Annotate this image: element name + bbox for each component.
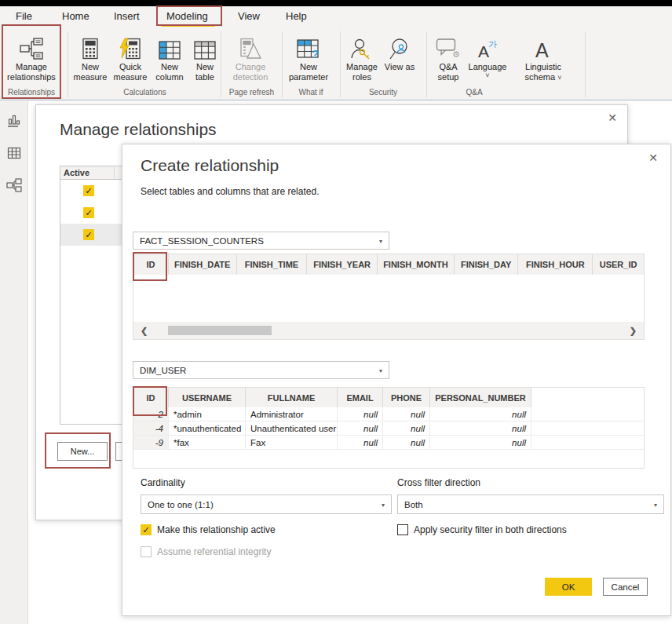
chevron-down-icon: ▾ [379,367,382,374]
cardinality-dropdown[interactable]: One to one (1:1) ▾ [141,494,392,514]
scroll-right-icon[interactable]: ❯ [623,326,644,336]
table1-preview: ID FINISH_DATE FINISH_TIME FINISH_YEAR F… [133,254,645,340]
checkbox-checked[interactable]: ✓ [141,524,152,535]
close-icon[interactable]: ✕ [608,112,617,123]
column-header-partial [115,166,120,179]
active-checkbox[interactable]: ✓ [83,229,94,240]
cell-personal-number: null [430,421,531,435]
calculator-icon [80,31,100,60]
manage-roles-icon [350,31,374,60]
table-row[interactable]: -2 *admin Administrator null null null [133,407,644,421]
table1-column[interactable]: FINISH_TIME [237,254,308,275]
tab-home[interactable]: Home [59,9,93,24]
svg-text:?: ? [312,47,319,60]
ribbon-item-label: Manage roles [342,62,382,82]
group-label-qa: Q&A [427,88,521,97]
table1-column[interactable]: USER_ID [593,254,644,275]
sidebar-item-model-view[interactable] [0,173,28,200]
report-view-icon [7,114,21,131]
model-view-icon [6,178,22,195]
new-relationship-button[interactable]: New... [57,442,108,461]
cell-phone: null [383,436,430,449]
tab-file[interactable]: File [13,9,35,24]
ok-button[interactable]: OK [545,578,592,596]
table2-column[interactable]: PERSONAL_NUMBER [430,388,531,407]
table1-column-id[interactable]: ID [133,254,169,275]
manage-relationships-icon [20,31,43,60]
checkbox-label: Assume referential integrity [157,546,271,557]
checkbox-unchecked[interactable] [397,524,408,535]
qa-setup-icon: ⚙ [436,31,461,60]
tab-insert[interactable]: Insert [111,9,143,24]
active-checkbox[interactable]: ✓ [83,207,94,218]
ribbon-item-label: New column [152,62,187,82]
svg-text:A: A [535,39,549,60]
cancel-button[interactable]: Cancel [603,578,648,596]
create-relationship-dialog: ✕ Create relationship Select tables and … [122,144,671,616]
table1-header-row: ID FINISH_DATE FINISH_TIME FINISH_YEAR F… [133,254,644,275]
table2-column-id[interactable]: ID [133,388,169,407]
cell-personal-number: null [430,407,531,421]
chevron-down-icon: ▾ [654,502,657,509]
checkbox-label: Make this relationship active [157,524,276,535]
linguistic-schema-icon: A [533,31,553,60]
ribbon-item-label: Quick measure [110,62,151,82]
table2-column[interactable]: PHONE [383,388,430,407]
chevron-down-icon: ▾ [382,502,385,509]
cell-phone: null [383,421,430,435]
dropdown-value: DIM_USER [140,366,186,375]
table1-column[interactable]: FINISH_YEAR [307,254,378,275]
table1-column[interactable]: FINISH_HOUR [518,254,593,275]
cell-fullname: Fax [246,436,338,449]
dropdown-value: One to one (1:1) [148,500,214,509]
svg-text:가: 가 [488,39,497,49]
cell-id: -4 [133,421,169,435]
change-detection-icon [239,31,262,60]
table-row[interactable]: -9 *fax Fax null null null [133,436,644,450]
table2-preview: ID USERNAME FULLNAME EMAIL PHONE PERSONA… [133,387,645,469]
cell-username: *admin [169,407,246,421]
cross-filter-dropdown[interactable]: Both ▾ [397,494,664,514]
chevron-down-icon: ˅ [485,72,489,78]
tab-modeling[interactable]: Modeling [163,9,211,24]
table1-column[interactable]: FINISH_MONTH [378,254,455,275]
data-view-icon [7,146,21,163]
close-icon[interactable]: ✕ [648,152,658,163]
checkbox-label: Apply security filter in both directions [414,524,567,535]
scroll-left-icon[interactable]: ❮ [133,326,155,336]
group-label-page-refresh: Page refresh [221,88,282,97]
table-row[interactable]: -4 *unauthenticated Unauthenticated user… [133,421,644,436]
table2-column[interactable]: FULLNAME [246,388,338,407]
table1-column[interactable]: FINISH_DATE [169,254,237,275]
referential-integrity-checkbox-row: Assume referential integrity [141,546,271,557]
security-filter-checkbox-row[interactable]: Apply security filter in both directions [397,524,567,535]
tab-help[interactable]: Help [283,9,310,24]
selected-tab-underline [162,24,215,27]
cell-username: *fax [169,436,246,449]
dialog-title: Manage relationships [60,120,217,139]
cardinality-label: Cardinality [141,477,185,488]
table1-column[interactable]: FINISH_DAY [455,254,519,275]
checkbox-disabled [141,546,152,557]
group-separator [585,31,586,97]
cross-filter-label: Cross filter direction [397,477,480,488]
sidebar-item-data-view[interactable] [0,141,28,168]
table1-selector-dropdown[interactable]: FACT_SESSION_COUNTERS ▾ [133,232,389,250]
cell-phone: null [383,407,430,421]
sidebar-item-report-view[interactable] [0,109,28,136]
ribbon-item-label: New measure [72,62,108,82]
tab-view[interactable]: View [235,9,263,24]
make-active-checkbox-row[interactable]: ✓ Make this relationship active [141,524,276,535]
cell-personal-number: null [430,436,531,449]
cell-username: *unauthenticated [169,421,246,435]
quick-measure-icon [119,31,142,60]
active-checkbox[interactable]: ✓ [83,185,94,196]
dropdown-value: FACT_SESSION_COUNTERS [140,236,264,246]
table1-horizontal-scrollbar[interactable]: ❮ ❯ [133,322,644,339]
table2-column[interactable]: EMAIL [338,388,383,407]
table2-selector-dropdown[interactable]: DIM_USER ▾ [133,361,389,379]
group-label-what-if: What if [283,88,339,97]
scrollbar-thumb[interactable] [168,326,272,335]
table2-column[interactable]: USERNAME [169,388,246,407]
group-label-calculations: Calculations [68,88,221,97]
